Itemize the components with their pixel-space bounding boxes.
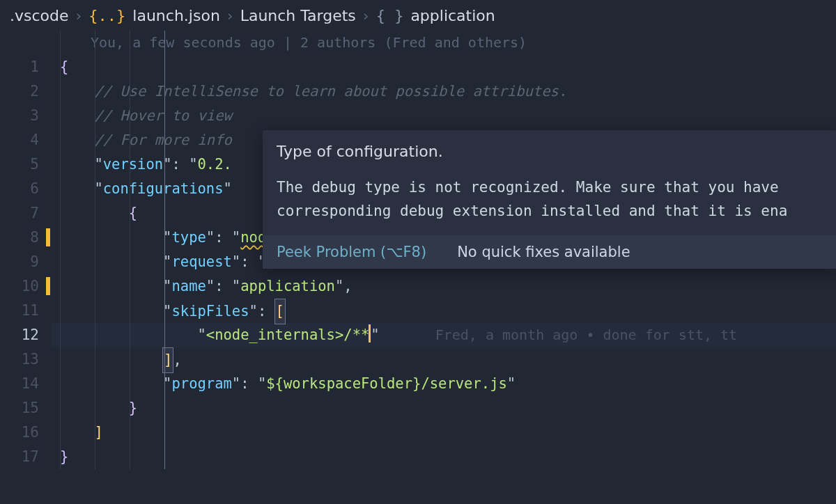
modified-indicator [46,228,50,246]
hover-actions: Peek Problem (⌥F8) No quick fixes availa… [263,235,836,269]
modified-indicator [46,277,50,295]
comment: // For more info [94,132,231,148]
breadcrumb-item-vscode[interactable]: .vscode [10,7,69,24]
git-codelens[interactable]: You, a few seconds ago | 2 authors (Fred… [52,31,836,55]
line-number: 13 [0,347,39,372]
hover-message: The debug type is not recognized. Make s… [263,173,836,235]
chevron-right-icon: › [227,7,233,24]
comment: // Use IntelliSense to learn about possi… [94,83,567,100]
line-number: 5 [0,152,39,177]
code-line[interactable]: // Use IntelliSense to learn about possi… [52,79,836,104]
breadcrumb-item-launchtargets[interactable]: Launch Targets [240,7,356,24]
line-number: 9 [0,250,39,274]
line-number: 8 [0,226,39,250]
code-line[interactable]: ] [52,420,836,445]
code-line[interactable]: // Hover to view [52,104,836,128]
breadcrumb-item-launchjson[interactable]: {..} launch.json [88,7,219,24]
code-line[interactable]: "skipFiles": [ [52,299,836,323]
line-number: 7 [0,201,39,226]
line-number: 4 [0,128,39,152]
comment: // Hover to view [94,107,231,124]
line-number: 11 [0,299,39,323]
code-line[interactable]: "name": "application", [52,274,836,299]
breadcrumb-label: launch.json [132,7,220,24]
line-number: 16 [0,420,39,445]
line-number: 6 [0,177,39,201]
line-number: 15 [0,396,39,420]
line-number: 17 [0,445,39,469]
line-number: 1 [0,55,39,79]
object-braces-icon: { } [376,7,404,24]
code-line[interactable]: { [52,55,836,79]
no-quick-fix-label: No quick fixes available [457,244,630,260]
bracket-match-open: [ [274,299,286,324]
peek-problem-link[interactable]: Peek Problem (⌥F8) [277,244,426,260]
gutter: 1 2 3 4 5 6 7 8 9 10 11 12 13 14 15 16 1… [0,31,52,469]
code-line-active[interactable]: "<node_internals>/**"Fred, a month ago •… [52,323,836,347]
code-line[interactable]: } [52,445,836,469]
breadcrumb-label: .vscode [10,7,69,24]
hover-title: Type of configuration. [263,130,836,173]
json-braces-icon: {..} [88,7,125,24]
inline-blame: Fred, a month ago • done for stt, tt [380,326,737,343]
breadcrumb: .vscode › {..} launch.json › Launch Targ… [0,0,836,31]
line-number: 2 [0,79,39,104]
line-number: 10 [0,274,39,299]
breadcrumb-label: Launch Targets [240,7,356,24]
code-editor[interactable]: 1 2 3 4 5 6 7 8 9 10 11 12 13 14 15 16 1… [0,31,836,469]
line-number: 3 [0,104,39,128]
line-number: 12 [0,323,39,347]
breadcrumb-label: application [410,7,495,24]
code-line[interactable]: "program": "${workspaceFolder}/server.js… [52,372,836,396]
chevron-right-icon: › [76,7,82,24]
breadcrumb-item-application[interactable]: { } application [376,7,495,24]
chevron-right-icon: › [363,7,369,24]
problem-hover-popup[interactable]: Type of configuration. The debug type is… [263,130,836,269]
code-line[interactable]: ], [52,347,836,372]
line-number: 14 [0,372,39,396]
code-line[interactable]: } [52,396,836,420]
